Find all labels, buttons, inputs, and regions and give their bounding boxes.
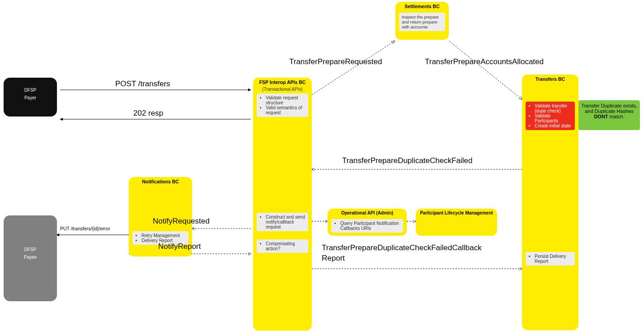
settlements-body: Inspect the prepare and return prepare w… — [399, 13, 445, 31]
node-settlements: Settlements BC Inspect the prepare and r… — [395, 2, 449, 40]
notif-title: Notifications BC — [129, 177, 192, 186]
msg-notify-req: NotifyRequested — [153, 217, 210, 226]
node-dfsp-payer: DFSP Payer — [4, 78, 57, 117]
msg-notify-rep: NotifyReport — [158, 242, 201, 251]
svg-line-3 — [449, 41, 522, 99]
msg-put: PUT /transfers/{id}/error — [60, 226, 110, 231]
dfsp-payer-l2: Payer — [4, 95, 57, 100]
fsp-b1: Validate request structureValid semantic… — [257, 93, 308, 117]
msg-tp-alloc: TransferPrepareAccountsAllocated — [425, 57, 544, 66]
fsp-sub: (Transactional APIs) — [253, 87, 312, 92]
dfsp-payee-l1: DFSP — [4, 247, 57, 252]
transfers-red: Validate transfer (dupe check)Validate P… — [526, 102, 575, 130]
settlements-title: Settlements BC — [395, 2, 449, 11]
msg-cb1: TransferPrepareDuplicateCheckFailedCallb… — [322, 243, 482, 252]
note-duplicate: Transfer Duplicate exists, and Duplicate… — [578, 100, 640, 130]
fsp-b3: Compensating action? — [257, 239, 308, 253]
dfsp-payee-l2: Payee — [4, 255, 57, 260]
node-plm: Participant Lifecycle Management — [416, 209, 497, 236]
fsp-title: FSP Interop APIs BC — [253, 78, 312, 87]
msg-202: 202 resp — [133, 109, 163, 118]
msg-cb2: Report — [322, 254, 345, 263]
node-dfsp-payee: DFSP Payee — [4, 215, 57, 301]
opapi-title: Operational API (Admin) — [328, 209, 407, 217]
node-fsp: FSP Interop APIs BC (Transactional APIs)… — [253, 78, 312, 331]
transfers-b2: Persist Delivery Report — [526, 252, 575, 266]
msg-tp-req: TransferPrepareRequested — [289, 57, 382, 66]
transfers-title: Transfers BC — [522, 75, 578, 84]
fsp-b2: Construct and send notify/callback reque… — [257, 213, 308, 231]
node-opapi: Operational API (Admin) Query Participan… — [328, 209, 407, 236]
svg-line-2 — [312, 41, 395, 95]
node-transfers: Transfers BC Validate transfer (dupe che… — [522, 75, 578, 330]
msg-post: POST /transfers — [115, 79, 170, 89]
plm-title: Participant Lifecycle Management — [416, 209, 497, 217]
opapi-b: Query Participant Notification Callbacks… — [331, 219, 403, 233]
dfsp-payer-l1: DFSP — [4, 88, 57, 93]
msg-tp-dup: TransferPrepareDuplicateCheckFailed — [342, 156, 473, 165]
